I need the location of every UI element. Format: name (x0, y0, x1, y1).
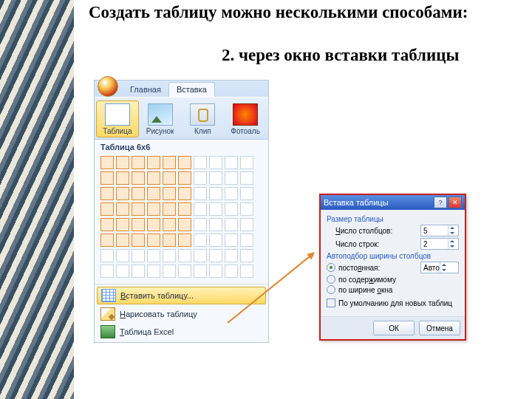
tab-insert[interactable]: Вставка (168, 82, 215, 97)
grid-cell[interactable] (225, 202, 238, 216)
grid-cell[interactable] (132, 233, 145, 247)
grid-cell[interactable] (147, 171, 160, 185)
grid-cell[interactable] (132, 218, 145, 231)
grid-cell[interactable] (163, 249, 176, 262)
grid-cell[interactable] (240, 265, 253, 278)
grid-cell[interactable] (194, 233, 207, 247)
grid-cell[interactable] (240, 233, 253, 247)
grid-cell[interactable] (225, 233, 238, 247)
clip-button[interactable]: Клип (182, 100, 225, 137)
grid-cell[interactable] (100, 187, 114, 200)
grid-cell[interactable] (147, 265, 160, 278)
grid-cell[interactable] (163, 265, 176, 278)
menu-insert-table[interactable]: Вставить таблицу... (97, 287, 266, 304)
grid-cell[interactable] (116, 265, 129, 278)
grid-cell[interactable] (240, 156, 253, 169)
grid-cell[interactable] (240, 187, 253, 200)
grid-cell[interactable] (178, 171, 191, 185)
office-button[interactable] (98, 76, 118, 97)
remember-checkbox[interactable] (327, 299, 335, 307)
grid-cell[interactable] (116, 218, 129, 231)
grid-cell[interactable] (194, 187, 207, 200)
grid-cell[interactable] (240, 171, 253, 185)
grid-cell[interactable] (116, 187, 129, 200)
grid-cell[interactable] (100, 202, 114, 216)
tab-home[interactable]: Главная (123, 83, 168, 97)
grid-cell[interactable] (178, 187, 191, 200)
grid-selector[interactable] (95, 153, 268, 284)
grid-cell[interactable] (194, 218, 207, 231)
rows-spinner[interactable]: 2 (420, 238, 459, 250)
cancel-button[interactable]: Отмена (419, 321, 460, 335)
grid-cell[interactable] (163, 233, 176, 247)
grid-cell[interactable] (163, 202, 176, 216)
cols-spinner[interactable]: 5 (420, 225, 459, 236)
table-button[interactable]: Таблица (96, 100, 139, 137)
grid-cell[interactable] (194, 265, 207, 278)
grid-cell[interactable] (209, 233, 222, 247)
grid-cell[interactable] (194, 156, 207, 169)
grid-cell[interactable] (100, 218, 114, 231)
menu-draw-table[interactable]: Нарисовать таблицу (95, 305, 268, 323)
grid-cell[interactable] (209, 202, 222, 216)
help-button[interactable]: ? (434, 197, 447, 208)
grid-cell[interactable] (132, 265, 145, 278)
cols-spinner-arrows[interactable] (448, 225, 456, 236)
grid-cell[interactable] (194, 202, 207, 216)
grid-cell[interactable] (163, 187, 176, 200)
grid-cell[interactable] (225, 187, 238, 200)
grid-cell[interactable] (147, 202, 160, 216)
grid-cell[interactable] (209, 265, 222, 278)
radio-content[interactable] (327, 275, 335, 284)
grid-cell[interactable] (209, 171, 222, 185)
grid-cell[interactable] (178, 249, 191, 262)
grid-cell[interactable] (132, 171, 145, 185)
grid-cell[interactable] (194, 171, 207, 185)
grid-cell[interactable] (209, 156, 222, 169)
grid-cell[interactable] (147, 249, 160, 262)
picture-button[interactable]: Рисунок (139, 100, 182, 137)
grid-cell[interactable] (116, 233, 129, 247)
grid-cell[interactable] (100, 233, 114, 247)
grid-cell[interactable] (132, 156, 145, 169)
grid-cell[interactable] (116, 171, 129, 185)
grid-cell[interactable] (147, 156, 160, 169)
grid-cell[interactable] (163, 171, 176, 185)
fixed-width-combo[interactable]: Авто (420, 262, 459, 273)
grid-cell[interactable] (225, 249, 238, 262)
grid-cell[interactable] (100, 171, 114, 185)
grid-cell[interactable] (194, 249, 207, 262)
grid-cell[interactable] (100, 156, 114, 169)
grid-cell[interactable] (178, 233, 191, 247)
close-button[interactable]: ✕ (449, 197, 462, 208)
grid-cell[interactable] (116, 156, 129, 169)
grid-cell[interactable] (178, 202, 191, 216)
ok-button[interactable]: ОК (373, 321, 415, 335)
grid-cell[interactable] (147, 233, 160, 247)
grid-cell[interactable] (100, 249, 114, 262)
grid-cell[interactable] (240, 202, 253, 216)
fixed-width-arrows[interactable] (440, 262, 448, 273)
grid-cell[interactable] (178, 156, 191, 169)
grid-cell[interactable] (163, 218, 176, 231)
grid-cell[interactable] (116, 249, 129, 262)
grid-cell[interactable] (240, 249, 253, 262)
grid-cell[interactable] (178, 265, 191, 278)
rows-spinner-arrows[interactable] (448, 239, 456, 249)
grid-cell[interactable] (100, 265, 114, 278)
grid-cell[interactable] (147, 187, 160, 200)
grid-cell[interactable] (225, 218, 238, 231)
grid-cell[interactable] (132, 249, 145, 262)
grid-cell[interactable] (132, 202, 145, 216)
grid-cell[interactable] (147, 218, 160, 231)
grid-cell[interactable] (209, 249, 222, 262)
grid-cell[interactable] (240, 218, 253, 231)
grid-cell[interactable] (209, 187, 222, 200)
menu-excel-table[interactable]: Таблица Excel (95, 323, 268, 341)
grid-cell[interactable] (132, 187, 145, 200)
grid-cell[interactable] (178, 218, 191, 231)
radio-fixed[interactable] (327, 263, 335, 272)
photoalbum-button[interactable]: Фотоаль (224, 100, 267, 137)
grid-cell[interactable] (225, 265, 238, 278)
grid-cell[interactable] (209, 218, 222, 231)
